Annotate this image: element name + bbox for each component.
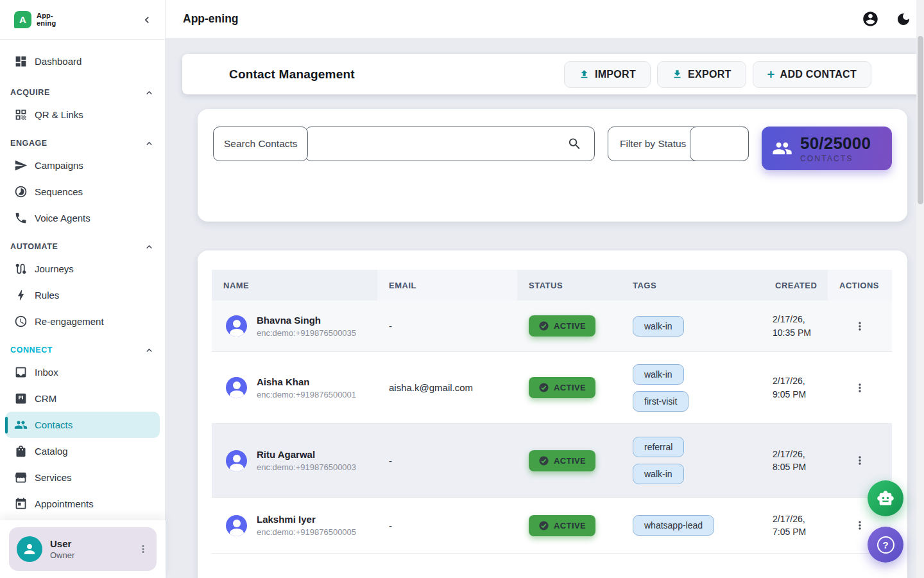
contacts-count-value: 50/25000 — [800, 134, 871, 153]
sidebar-section-connect[interactable]: CONNECT — [0, 341, 165, 359]
collapse-section-chevron[interactable] — [144, 87, 155, 98]
sidebar-item-rules[interactable]: Rules — [5, 282, 160, 308]
sidebar-item-campaigns[interactable]: Campaigns — [5, 152, 160, 179]
sidebar-item-appointments[interactable]: Appointments — [5, 491, 160, 517]
sidebar-item-crm[interactable]: CRM — [5, 385, 160, 412]
sidebar-item-voice-agents[interactable]: Voice Agents — [5, 205, 160, 231]
contact-phone: enc:demo:+919876500001 — [257, 390, 356, 399]
name-cell: Bhavna Singh enc:demo:+919876500035 — [212, 315, 377, 338]
sidebar-item-services[interactable]: Services — [5, 464, 160, 491]
sidebar-item-qr-links[interactable]: QR & Links — [5, 101, 160, 128]
contacts-counter-badge[interactable]: 50/25000 CONTACTS — [762, 127, 892, 170]
collapse-section-chevron[interactable] — [144, 345, 155, 356]
more-vert-icon — [137, 543, 149, 555]
header-actions — [862, 10, 911, 28]
sidebar-section-label: ENGAGE — [10, 139, 47, 148]
sidebar-item-inbox[interactable]: Inbox — [5, 359, 160, 385]
brand-logo-icon: A — [14, 11, 31, 28]
column-header-actions[interactable]: ACTIONS — [828, 270, 892, 301]
contact-phone: enc:demo:+919876500035 — [257, 328, 356, 338]
sidebar-section-automate[interactable]: AUTOMATE — [0, 238, 165, 256]
collapse-section-chevron[interactable] — [144, 241, 155, 252]
chevron-left-icon — [141, 13, 153, 26]
sidebar-item-sequences[interactable]: Sequences — [5, 179, 160, 205]
created-cell: 2/17/26,7:05 PM — [764, 512, 828, 539]
chevron-up-icon — [144, 241, 155, 252]
crm-icon — [14, 392, 28, 405]
sidebar-item-label: Services — [35, 472, 72, 483]
tags-cell: walk-infirst-visit — [621, 364, 764, 412]
email-cell: - — [377, 520, 517, 531]
sidebar-item-journeys[interactable]: Journeys — [5, 256, 160, 282]
column-header-email[interactable]: EMAIL — [377, 270, 517, 301]
storefront-icon — [14, 471, 28, 484]
sidebar-item-label: QR & Links — [35, 109, 83, 120]
table-body: Bhavna Singh enc:demo:+919876500035 - AC… — [212, 301, 892, 578]
row-actions-button[interactable] — [851, 516, 869, 534]
collapse-section-chevron[interactable] — [144, 138, 155, 149]
row-actions-button[interactable] — [851, 317, 869, 335]
sidebar-section-engage[interactable]: ENGAGE — [0, 134, 165, 152]
user-card[interactable]: User Owner — [9, 527, 157, 571]
sidebar-item-label: Sequences — [35, 186, 83, 197]
sidebar-item-label: Voice Agents — [35, 213, 90, 223]
moon-icon — [896, 12, 911, 27]
row-actions-button[interactable] — [851, 451, 869, 469]
download-icon — [672, 69, 683, 80]
status-filter-select[interactable]: Filter by Status — [608, 127, 749, 161]
sidebar-collapse-button[interactable] — [141, 13, 153, 26]
dark-mode-toggle[interactable] — [896, 12, 911, 27]
counter-text: 50/25000 CONTACTS — [800, 134, 871, 163]
scrollbar-thumb[interactable] — [918, 36, 923, 204]
row-actions-button[interactable] — [851, 379, 869, 397]
sidebar-section-acquire[interactable]: ACQUIRE — [0, 83, 165, 101]
chevron-up-icon — [144, 138, 155, 149]
page-scrollbar[interactable] — [916, 0, 924, 578]
column-header-status[interactable]: STATUS — [517, 270, 621, 301]
search-filter-card: Search Contacts Filter by Status 50/25 — [198, 109, 907, 222]
created-cell: 2/17/26,9:05 PM — [764, 374, 828, 401]
qr-code-icon-wrap — [14, 108, 28, 121]
search-icon[interactable] — [567, 137, 582, 152]
sidebar-item-contacts[interactable]: Contacts — [5, 412, 160, 438]
sidebar-item-catalog[interactable]: Catalog — [5, 438, 160, 464]
import-button[interactable]: IMPORT — [564, 61, 651, 88]
column-header-created[interactable]: CREATED — [764, 270, 828, 301]
more-vert-icon — [853, 381, 866, 394]
help-fab-button[interactable]: ? — [868, 527, 903, 563]
chatbot-fab-button[interactable] — [868, 480, 903, 516]
sidebar-section-label: ACQUIRE — [10, 88, 50, 97]
dashboard-icon — [14, 55, 28, 68]
export-button[interactable]: EXPORT — [657, 61, 746, 88]
upload-icon — [579, 69, 590, 80]
sidebar-item-dashboard[interactable]: Dashboard — [5, 48, 160, 74]
sidebar-item-label: Campaigns — [35, 160, 83, 171]
search-input[interactable]: Search Contacts — [213, 127, 595, 161]
column-header-tags[interactable]: TAGS — [621, 270, 764, 301]
tag-pill: walk-in — [633, 364, 684, 385]
contact-phone: enc:demo:+919876500005 — [257, 527, 356, 537]
status-filter-caret-box — [690, 127, 749, 161]
sidebar-item-re-engagement[interactable]: Re-engagement — [5, 308, 160, 335]
table-row[interactable]: Jyoti Rawat ACTIVE campaign-lead 2/17/26… — [212, 554, 892, 578]
actions-cell — [828, 379, 892, 397]
status-label: ACTIVE — [554, 456, 586, 466]
name-cell: Ritu Agarwal enc:demo:+919876500003 — [212, 449, 377, 472]
table-row[interactable]: Lakshmi Iyer enc:demo:+919876500005 - AC… — [212, 498, 892, 554]
sidebar-item-label: Dashboard — [35, 56, 81, 67]
status-badge: ACTIVE — [529, 515, 595, 536]
table-header-row: NAMEEMAILSTATUSTAGSCREATEDACTIONS — [212, 270, 892, 301]
check-circle-icon — [538, 382, 549, 393]
account-button[interactable] — [862, 10, 879, 28]
table-row[interactable]: Aisha Khan enc:demo:+919876500001 aisha.… — [212, 352, 892, 424]
actions-cell — [828, 317, 892, 335]
table-row[interactable]: Bhavna Singh enc:demo:+919876500035 - AC… — [212, 301, 892, 352]
table-row[interactable]: Ritu Agarwal enc:demo:+919876500003 - AC… — [212, 424, 892, 498]
status-cell: ACTIVE — [517, 377, 621, 398]
sidebar-item-label: Rules — [35, 290, 59, 301]
user-more-button[interactable] — [137, 543, 149, 555]
name-cell: Lakshmi Iyer enc:demo:+919876500005 — [212, 514, 377, 537]
column-header-name[interactable]: NAME — [212, 270, 377, 301]
add-contact-button[interactable]: + ADD CONTACT — [753, 61, 871, 88]
contacts-table-card: NAMEEMAILSTATUSTAGSCREATEDACTIONS Bhavna… — [198, 250, 907, 578]
